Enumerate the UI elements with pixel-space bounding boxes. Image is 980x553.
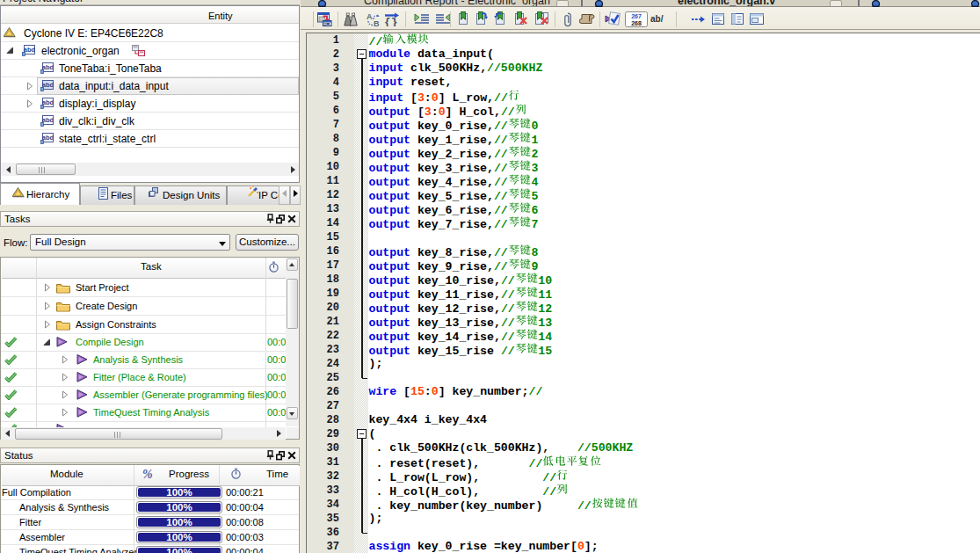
svg-text:ab/: ab/ [650,14,664,24]
svg-text:A: A [367,12,373,21]
svg-text:267: 267 [631,13,642,19]
svg-text:B: B [374,19,380,27]
svg-text:268: 268 [631,20,642,26]
